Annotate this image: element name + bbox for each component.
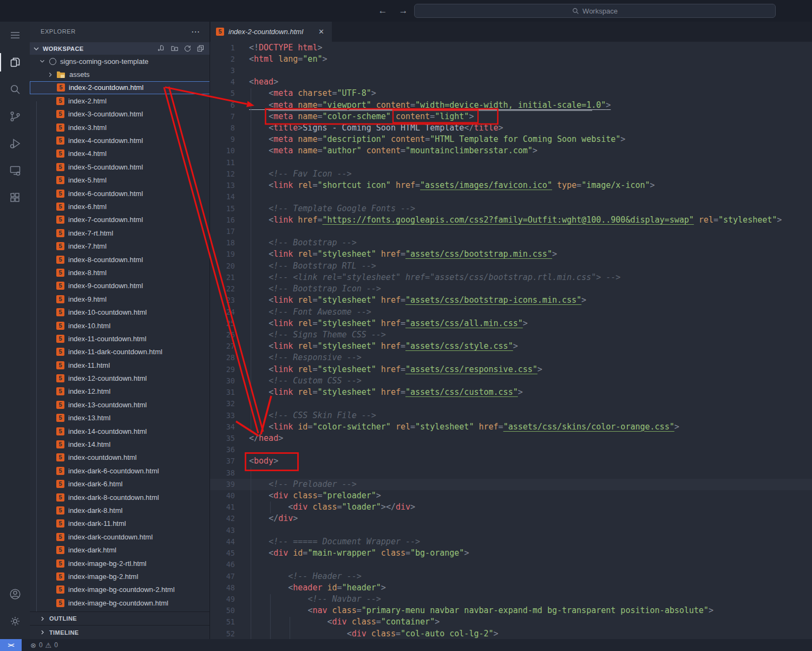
file-item[interactable]: 5index-14.html — [30, 438, 210, 451]
code-line[interactable]: 23 <link rel="stylesheet" href="assets/c… — [210, 295, 812, 306]
file-item[interactable]: 5index-11-dark-countdown.html — [30, 346, 210, 359]
code-line[interactable]: 41 <div class="loader"></div> — [210, 502, 812, 513]
file-item[interactable]: 5index-6.html — [30, 200, 210, 213]
tree-item-root-folder[interactable]: signs-coming-soon-template — [30, 55, 210, 68]
line-number[interactable]: 17 — [210, 226, 235, 237]
file-item[interactable]: 5index-11-countdown.html — [30, 332, 210, 345]
line-number[interactable]: 3 — [210, 65, 235, 76]
code-line[interactable]: 16 <link href="https://fonts.googleapis.… — [210, 214, 812, 226]
line-number[interactable]: 7 — [210, 111, 235, 122]
file-item[interactable]: 5index-11.html — [30, 359, 210, 372]
file-item[interactable]: 5index-4.html — [30, 147, 210, 160]
code-line[interactable]: 9 <meta name="description" content="HTML… — [210, 134, 812, 145]
line-number[interactable]: 27 — [210, 341, 235, 352]
file-item[interactable]: 5index-image-bg-2-rtl.html — [30, 557, 210, 570]
line-number[interactable]: 43 — [210, 525, 235, 536]
line-number[interactable]: 30 — [210, 375, 235, 387]
command-center-search[interactable]: Workspace — [414, 4, 776, 18]
line-number[interactable]: 14 — [210, 191, 235, 203]
code-line[interactable]: 37<body> — [210, 455, 812, 467]
line-number[interactable]: 44 — [210, 536, 235, 548]
code-line[interactable]: 2<html lang="en"> — [210, 54, 812, 65]
code-line[interactable]: 30 <!-- Custom CSS --> — [210, 375, 812, 387]
line-number[interactable]: 1 — [210, 42, 235, 54]
line-number[interactable]: 38 — [210, 467, 235, 479]
code-line[interactable]: 13 <link rel="shortcut icon" href="asset… — [210, 180, 812, 191]
code-line[interactable]: 46 — [210, 559, 812, 570]
file-item[interactable]: 5index-10.html — [30, 319, 210, 332]
line-number[interactable]: 46 — [210, 559, 235, 570]
line-number[interactable]: 5 — [210, 88, 235, 99]
code-area[interactable]: 1<!DOCTYPE html>2<html lang="en">34<head… — [210, 42, 812, 640]
line-number[interactable]: 32 — [210, 398, 235, 409]
code-line[interactable]: 17 — [210, 226, 812, 237]
line-number[interactable]: 16 — [210, 214, 235, 226]
code-line[interactable]: 39 <!-- Preloader --> — [210, 479, 812, 490]
new-folder-icon[interactable] — [171, 44, 179, 53]
code-line[interactable]: 38 — [210, 467, 812, 479]
line-number[interactable]: 35 — [210, 433, 235, 444]
code-line[interactable]: 47 <!-- Header --> — [210, 571, 812, 582]
line-number[interactable]: 42 — [210, 513, 235, 524]
code-line[interactable]: 20 <!-- Bootstrap RTL --> — [210, 261, 812, 272]
line-number[interactable]: 13 — [210, 180, 235, 191]
code-line[interactable]: 15 <!-- Template Google Fonts --> — [210, 203, 812, 214]
line-number[interactable]: 41 — [210, 502, 235, 513]
file-item[interactable]: 5index-10-countdown.html — [30, 305, 210, 318]
activity-item-extensions[interactable] — [0, 184, 30, 211]
code-line[interactable]: 6 <meta name="viewport" content="width=d… — [210, 100, 812, 111]
file-item[interactable]: 5index-countdown.html — [30, 451, 210, 464]
remote-indicator[interactable]: >< — [0, 639, 22, 651]
code-line[interactable]: 24 <!-- Font Awesome --> — [210, 307, 812, 318]
line-number[interactable]: 49 — [210, 594, 235, 605]
activity-item-run-debug[interactable] — [0, 130, 30, 157]
code-line[interactable]: 11 — [210, 157, 812, 168]
file-item[interactable]: 5index-dark-8.html — [30, 504, 210, 517]
activity-item-source-control[interactable] — [0, 103, 30, 130]
code-line[interactable]: 12 <!-- Fav Icon --> — [210, 168, 812, 180]
timeline-section[interactable]: TIMELINE — [30, 625, 210, 639]
file-item[interactable]: 5index-14-countdown.html — [30, 425, 210, 438]
code-line[interactable]: 19 <link rel="stylesheet" href="assets/c… — [210, 249, 812, 260]
line-number[interactable]: 24 — [210, 307, 235, 318]
file-item[interactable]: 5index-image-bg-countdown.html — [30, 596, 210, 609]
file-item[interactable]: 5index-5.html — [30, 174, 210, 187]
line-number[interactable]: 36 — [210, 444, 235, 455]
tree-item-assets-folder[interactable]: assets — [30, 68, 210, 81]
line-number[interactable]: 28 — [210, 352, 235, 363]
file-item[interactable]: 5index-dark-countdown.html — [30, 530, 210, 543]
file-item[interactable]: 5index-dark.html — [30, 543, 210, 556]
code-line[interactable]: 25 <link rel="stylesheet" href="assets/c… — [210, 318, 812, 329]
line-number[interactable]: 31 — [210, 387, 235, 398]
file-item[interactable]: 5index-12.html — [30, 385, 210, 398]
code-line[interactable]: 21 <!-- <link rel="stylesheet" href="ass… — [210, 272, 812, 283]
line-number[interactable]: 9 — [210, 134, 235, 145]
file-item[interactable]: 5index-dark-8-countdown.html — [30, 491, 210, 504]
line-number[interactable]: 18 — [210, 237, 235, 249]
workspace-section-header[interactable]: WORKSPACE — [30, 42, 210, 55]
line-number[interactable]: 50 — [210, 605, 235, 616]
file-item[interactable]: 5index-6-countdown.html — [30, 187, 210, 200]
activity-item-settings[interactable] — [0, 608, 30, 635]
file-item[interactable]: 5index-12-countdown.html — [30, 372, 210, 385]
line-number[interactable]: 21 — [210, 272, 235, 283]
code-line[interactable]: 48 <header id="header"> — [210, 582, 812, 594]
file-item[interactable]: 5index-7-countdown.html — [30, 213, 210, 226]
code-line[interactable]: 33 <!-- CSS Skin File --> — [210, 410, 812, 421]
line-number[interactable]: 12 — [210, 168, 235, 180]
problems-status[interactable]: ⊗ 0 ⚠ 0 — [30, 641, 58, 649]
line-number[interactable]: 40 — [210, 490, 235, 502]
code-line[interactable]: 51 <div class="container"> — [210, 616, 812, 628]
code-line[interactable]: 27 <link rel="stylesheet" href="assets/c… — [210, 341, 812, 352]
line-number[interactable]: 47 — [210, 571, 235, 582]
line-number[interactable]: 26 — [210, 329, 235, 341]
file-item[interactable]: 5index-dark-6.html — [30, 478, 210, 491]
file-item[interactable]: 5index-9-countdown.html — [30, 279, 210, 292]
file-item[interactable]: 5index-9.html — [30, 292, 210, 305]
line-number[interactable]: 6 — [210, 100, 235, 111]
code-line[interactable]: 44 <!-- ===== Document Wrapper --> — [210, 536, 812, 548]
more-actions-icon[interactable]: ⋯ — [189, 27, 202, 37]
code-line[interactable]: 8 <title>Signs - Coming Soon HTML Templa… — [210, 122, 812, 134]
tab-close-icon[interactable]: ✕ — [316, 27, 326, 36]
file-item[interactable]: 5index-13-countdown.html — [30, 398, 210, 411]
